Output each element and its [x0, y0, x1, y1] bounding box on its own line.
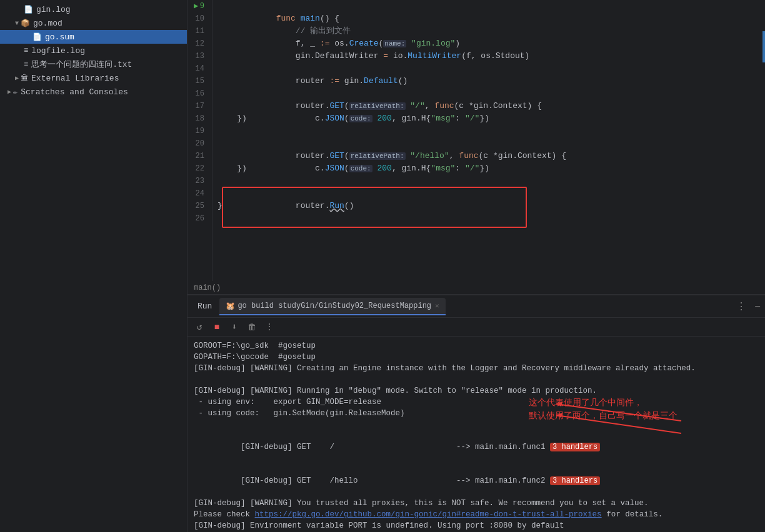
- code-line-12: gin.DefaultWriter = io.MultiWriter(f, os…: [218, 37, 760, 50]
- line-num-10: 10: [192, 12, 207, 25]
- expand-arrow-icon: ▼: [15, 20, 19, 27]
- sidebar-item-scratches[interactable]: ▶ ✏️ Scratches and Consoles: [0, 85, 187, 99]
- scrollbar-accent: [762, 31, 765, 62]
- sidebar-item-label: Scratches and Consoles: [21, 87, 128, 97]
- expand-arrow-icon: ▶: [8, 88, 11, 96]
- line-numbers: ▶ 9 10 11 12 13 14 15 16 17 18 19 20 21 …: [188, 0, 212, 281]
- proxy-docs-link[interactable]: https://pkg.go.dev/github.com/gin-gonic/…: [255, 510, 602, 519]
- line-num-26: 26: [192, 212, 207, 225]
- run-label: Run: [192, 302, 217, 311]
- code-line-16: router.GET(relativePath: "/", func(c *gi…: [218, 87, 760, 100]
- line-num-16: 16: [192, 87, 207, 100]
- file-icon: ≡: [24, 46, 28, 55]
- code-line-22: }): [218, 162, 760, 175]
- line-num-22: 22: [192, 162, 207, 175]
- terminal-line-2: GOPATH=F:\gocode #gosetup: [194, 352, 759, 363]
- scratches-icon: ✏️: [13, 87, 18, 97]
- code-line-19: [218, 125, 760, 137]
- terminal-line-6: - using env: export GIN_MODE=release: [194, 397, 759, 408]
- sidebar-item-go-mod[interactable]: ▼ 📦 go.mod: [0, 16, 187, 30]
- line-num-20: 20: [192, 137, 207, 150]
- code-line-24: router.Run(): [218, 187, 760, 200]
- terminal-line-5: [GIN-debug] [WARNING] Running in "debug"…: [194, 385, 759, 397]
- line-num-13: 13: [192, 50, 207, 62]
- breadcrumb: main(): [194, 283, 221, 292]
- sidebar-item-label: 思考一个问题的四连问.txt: [31, 59, 132, 70]
- terminal-line-route-2: [GIN-debug] GET /hello --> main.main.fun…: [194, 464, 759, 498]
- line-num-18: 18: [192, 112, 207, 125]
- line-num-24: 24: [192, 187, 207, 200]
- rerun-button[interactable]: ↺: [192, 320, 206, 334]
- code-line-15: [218, 75, 760, 87]
- terminal-line-4: [194, 374, 759, 385]
- breadcrumb-bar: main(): [188, 281, 765, 295]
- libs-icon: 🏛: [21, 74, 28, 83]
- code-line-13: [218, 50, 760, 62]
- code-line-9: func main() {: [218, 0, 760, 12]
- terminal-line-9: [GIN-debug] [WARNING] You trusted all pr…: [194, 498, 759, 509]
- code-line-11: f, _ := os.Create(name: "gin.log"): [218, 25, 760, 37]
- clear-console-button[interactable]: 🗑: [245, 320, 259, 334]
- main-layout: 📄 gin.log ▼ 📦 go.mod 📄 go.sum ≡ logfile.…: [0, 0, 765, 532]
- tab-label: go build studyGin/GinStudy02_RequestMapp…: [238, 302, 431, 310]
- sidebar: 📄 gin.log ▼ 📦 go.mod 📄 go.sum ≡ logfile.…: [0, 0, 188, 532]
- code-line-14: router := gin.Default(): [218, 62, 760, 75]
- line-num-23: 23: [192, 175, 207, 187]
- code-line-17: c.JSON(code: 200, gin.H{"msg": "/"}): [218, 100, 760, 112]
- expand-arrow-icon: ▶: [15, 74, 19, 82]
- line-num-11: 11: [192, 25, 207, 37]
- terminal-line-3: [GIN-debug] [WARNING] Creating an Engine…: [194, 363, 759, 374]
- line-num-14: 14: [192, 62, 207, 75]
- file-icon: 📄: [24, 5, 33, 14]
- code-line-18: }): [218, 112, 760, 125]
- sidebar-item-label: gin.log: [36, 5, 71, 14]
- tab-close-button[interactable]: ✕: [435, 302, 439, 310]
- code-line-21: c.JSON(code: 200, gin.H{"msg": "/"}): [218, 150, 760, 162]
- dump-threads-button[interactable]: ⬇: [228, 320, 241, 334]
- editor-area: ▶ 9 10 11 12 13 14 15 16 17 18 19 20 21 …: [188, 0, 765, 532]
- sidebar-item-label: go.mod: [33, 19, 62, 28]
- line-num-21: 21: [192, 150, 207, 162]
- handlers-badge-2: 3 handlers: [550, 476, 600, 485]
- stop-button[interactable]: ■: [210, 320, 224, 334]
- more-actions-button[interactable]: ⋮: [262, 320, 276, 334]
- sidebar-item-label: logfile.log: [31, 46, 85, 56]
- file-icon: 📄: [32, 32, 42, 42]
- panel-toolbar: ↺ ■ ⬇ 🗑 ⋮: [188, 318, 765, 337]
- terminal-line-7: - using code: gin.SetMode(gin.ReleaseMod…: [194, 408, 759, 419]
- bottom-panel: Run 🐹 go build studyGin/GinStudy02_Reque…: [188, 295, 765, 532]
- line-num-15: 15: [192, 75, 207, 87]
- code-editor[interactable]: ▶ 9 10 11 12 13 14 15 16 17 18 19 20 21 …: [188, 0, 765, 281]
- sidebar-item-go-sum[interactable]: 📄 go.sum: [0, 30, 187, 44]
- terminal-line-11: [GIN-debug] Environment variable PORT is…: [194, 520, 759, 531]
- run-tab[interactable]: 🐹 go build studyGin/GinStudy02_RequestMa…: [219, 298, 445, 315]
- code-line-26: [218, 212, 760, 225]
- line-num-9: ▶ 9: [192, 0, 207, 12]
- code-line-20: router.GET(relativePath: "/hello", func(…: [218, 137, 760, 150]
- line-num-19: 19: [192, 125, 207, 137]
- module-icon: 📦: [21, 19, 30, 28]
- terminal-line-10: Please check https://pkg.go.dev/github.c…: [194, 509, 759, 520]
- code-lines: func main() { // 输出到文件 f, _ := os.Create…: [212, 0, 765, 281]
- handlers-badge-1: 3 handlers: [550, 443, 600, 451]
- terminal-line-8: [194, 419, 759, 430]
- sidebar-item-gin-log[interactable]: 📄 gin.log: [0, 2, 187, 16]
- terminal-line-route-1: [GIN-debug] GET / --> main.main.func1 3 …: [194, 430, 759, 464]
- sidebar-item-external-libs[interactable]: ▶ 🏛 External Libraries: [0, 71, 187, 85]
- sidebar-item-four-questions[interactable]: ≡ 思考一个问题的四连问.txt: [0, 57, 187, 71]
- line-num-12: 12: [192, 37, 207, 50]
- code-line-23: [218, 175, 760, 187]
- code-line-10: // 输出到文件: [218, 12, 760, 25]
- sidebar-item-logfile[interactable]: ≡ logfile.log: [0, 44, 187, 57]
- code-line-25: }: [218, 200, 760, 212]
- panel-more-button[interactable]: ⋮: [732, 300, 750, 313]
- panel-tabs: Run 🐹 go build studyGin/GinStudy02_Reque…: [188, 295, 765, 318]
- sidebar-item-label: go.sum: [45, 32, 74, 42]
- file-icon: ≡: [24, 60, 28, 69]
- sidebar-item-label: External Libraries: [31, 74, 119, 83]
- line-num-17: 17: [192, 100, 207, 112]
- terminal-output[interactable]: GOROOT=F:\go_sdk #gosetup GOPATH=F:\goco…: [188, 337, 765, 532]
- panel-minimize-button[interactable]: —: [755, 302, 760, 311]
- code-content: ▶ 9 10 11 12 13 14 15 16 17 18 19 20 21 …: [188, 0, 765, 281]
- go-tab-icon: 🐹: [226, 302, 234, 310]
